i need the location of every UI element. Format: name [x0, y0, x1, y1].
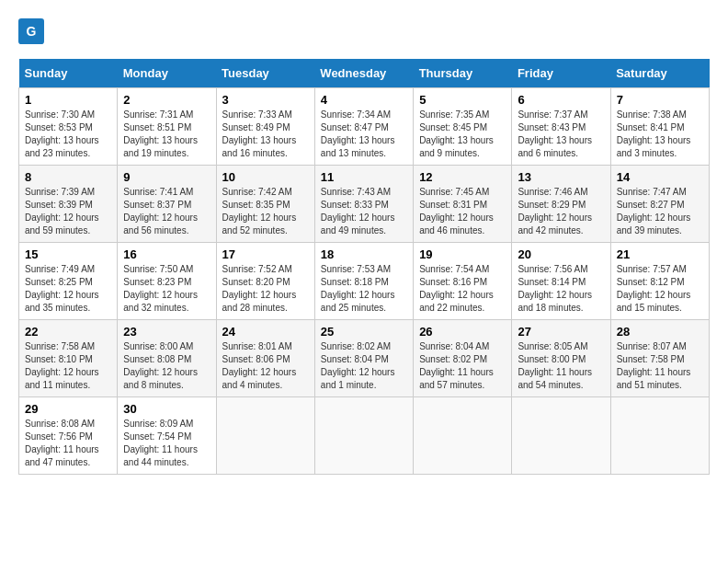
sunrise: Sunrise: 7:37 AM: [518, 109, 587, 120]
week-row-5: 29 Sunrise: 8:08 AM Sunset: 7:56 PM Dayl…: [19, 397, 710, 475]
daylight: Daylight: 12 hours and 22 minutes.: [419, 290, 494, 313]
sunset: Sunset: 8:12 PM: [617, 277, 685, 287]
daylight: Daylight: 13 hours and 23 minutes.: [25, 135, 99, 158]
sunrise: Sunrise: 8:00 AM: [123, 341, 193, 351]
sunrise: Sunrise: 7:43 AM: [321, 187, 391, 197]
sunset: Sunset: 8:14 PM: [518, 277, 586, 287]
day-info: Sunrise: 7:42 AM Sunset: 8:35 PM Dayligh…: [222, 186, 309, 237]
day-info: Sunrise: 7:31 AM Sunset: 8:51 PM Dayligh…: [123, 109, 210, 160]
calendar-cell: 5 Sunrise: 7:35 AM Sunset: 8:45 PM Dayli…: [414, 88, 512, 166]
daylight: Daylight: 12 hours and 46 minutes.: [419, 213, 494, 236]
daylight: Daylight: 12 hours and 56 minutes.: [123, 213, 198, 236]
day-number: 9: [123, 170, 210, 184]
calendar-cell: [414, 397, 512, 475]
day-number: 27: [518, 325, 604, 339]
day-info: Sunrise: 7:53 AM Sunset: 8:18 PM Dayligh…: [321, 263, 407, 315]
day-number: 3: [222, 93, 309, 107]
sunrise: Sunrise: 7:47 AM: [617, 187, 687, 197]
header-tuesday: Tuesday: [216, 59, 314, 88]
header-sunday: Sunday: [19, 59, 118, 88]
day-info: Sunrise: 7:43 AM Sunset: 8:33 PM Dayligh…: [321, 186, 407, 237]
daylight: Daylight: 11 hours and 47 minutes.: [25, 444, 99, 467]
calendar-cell: 25 Sunrise: 8:02 AM Sunset: 8:04 PM Dayl…: [314, 320, 413, 397]
calendar-cell: 21 Sunrise: 7:57 AM Sunset: 8:12 PM Dayl…: [610, 243, 709, 320]
calendar-cell: [314, 397, 413, 475]
sunrise: Sunrise: 7:31 AM: [123, 109, 193, 120]
day-number: 10: [222, 170, 309, 184]
day-number: 12: [419, 170, 506, 184]
daylight: Daylight: 11 hours and 44 minutes.: [123, 444, 198, 467]
sunset: Sunset: 8:29 PM: [518, 200, 586, 210]
sunset: Sunset: 7:58 PM: [617, 354, 685, 364]
daylight: Daylight: 12 hours and 15 minutes.: [617, 290, 691, 313]
day-number: 18: [321, 247, 407, 261]
calendar-cell: 23 Sunrise: 8:00 AM Sunset: 8:08 PM Dayl…: [118, 320, 216, 397]
day-info: Sunrise: 7:49 AM Sunset: 8:25 PM Dayligh…: [25, 263, 111, 315]
sunrise: Sunrise: 7:39 AM: [25, 187, 95, 197]
day-number: 15: [25, 247, 111, 261]
calendar-cell: 10 Sunrise: 7:42 AM Sunset: 8:35 PM Dayl…: [216, 166, 314, 243]
day-number: 17: [222, 247, 309, 261]
calendar-cell: 20 Sunrise: 7:56 AM Sunset: 8:14 PM Dayl…: [512, 243, 610, 320]
sunrise: Sunrise: 7:45 AM: [419, 187, 489, 197]
daylight: Daylight: 11 hours and 51 minutes.: [617, 367, 691, 390]
calendar-table: SundayMondayTuesdayWednesdayThursdayFrid…: [18, 59, 710, 475]
day-number: 25: [321, 325, 407, 339]
day-info: Sunrise: 7:41 AM Sunset: 8:37 PM Dayligh…: [123, 186, 210, 237]
day-info: Sunrise: 8:09 AM Sunset: 7:54 PM Dayligh…: [123, 418, 210, 469]
daylight: Daylight: 13 hours and 9 minutes.: [419, 135, 494, 158]
sunrise: Sunrise: 7:35 AM: [419, 109, 489, 120]
calendar-cell: 30 Sunrise: 8:09 AM Sunset: 7:54 PM Dayl…: [118, 397, 216, 475]
sunset: Sunset: 8:53 PM: [25, 122, 93, 132]
daylight: Daylight: 12 hours and 4 minutes.: [222, 367, 297, 390]
calendar-cell: 27 Sunrise: 8:05 AM Sunset: 8:00 PM Dayl…: [512, 320, 610, 397]
sunrise: Sunrise: 7:34 AM: [321, 109, 391, 120]
sunrise: Sunrise: 8:07 AM: [617, 341, 687, 351]
sunrise: Sunrise: 8:09 AM: [123, 419, 193, 429]
daylight: Daylight: 12 hours and 49 minutes.: [321, 213, 395, 236]
sunrise: Sunrise: 7:33 AM: [222, 109, 292, 120]
daylight: Daylight: 13 hours and 19 minutes.: [123, 135, 198, 158]
calendar-cell: 13 Sunrise: 7:46 AM Sunset: 8:29 PM Dayl…: [512, 166, 610, 243]
day-number: 29: [25, 402, 111, 416]
calendar-cell: 12 Sunrise: 7:45 AM Sunset: 8:31 PM Dayl…: [414, 166, 512, 243]
sunset: Sunset: 8:43 PM: [518, 122, 586, 132]
daylight: Daylight: 12 hours and 32 minutes.: [123, 290, 198, 313]
day-number: 8: [25, 170, 111, 184]
calendar-cell: [512, 397, 610, 475]
day-number: 24: [222, 325, 309, 339]
sunrise: Sunrise: 7:41 AM: [123, 187, 193, 197]
day-info: Sunrise: 7:46 AM Sunset: 8:29 PM Dayligh…: [518, 186, 604, 237]
calendar-cell: [216, 397, 314, 475]
day-info: Sunrise: 7:52 AM Sunset: 8:20 PM Dayligh…: [222, 263, 309, 315]
header-wednesday: Wednesday: [314, 59, 413, 88]
calendar-cell: 16 Sunrise: 7:50 AM Sunset: 8:23 PM Dayl…: [118, 243, 216, 320]
day-info: Sunrise: 7:35 AM Sunset: 8:45 PM Dayligh…: [419, 109, 506, 160]
sunset: Sunset: 8:35 PM: [222, 200, 290, 210]
sunrise: Sunrise: 7:52 AM: [222, 264, 292, 274]
sunset: Sunset: 8:04 PM: [321, 354, 389, 364]
sunrise: Sunrise: 7:46 AM: [518, 187, 587, 197]
daylight: Daylight: 13 hours and 13 minutes.: [321, 135, 395, 158]
calendar-cell: 29 Sunrise: 8:08 AM Sunset: 7:56 PM Dayl…: [19, 397, 118, 475]
logo: G: [18, 18, 50, 44]
sunset: Sunset: 8:06 PM: [222, 354, 290, 364]
daylight: Daylight: 13 hours and 6 minutes.: [518, 135, 592, 158]
day-number: 1: [25, 93, 111, 107]
sunrise: Sunrise: 7:54 AM: [419, 264, 489, 274]
sunset: Sunset: 8:33 PM: [321, 200, 389, 210]
header-friday: Friday: [512, 59, 610, 88]
daylight: Daylight: 12 hours and 52 minutes.: [222, 213, 297, 236]
day-number: 30: [123, 402, 210, 416]
day-info: Sunrise: 7:47 AM Sunset: 8:27 PM Dayligh…: [617, 186, 703, 237]
sunrise: Sunrise: 7:42 AM: [222, 187, 292, 197]
calendar-cell: 2 Sunrise: 7:31 AM Sunset: 8:51 PM Dayli…: [118, 88, 216, 166]
day-info: Sunrise: 7:54 AM Sunset: 8:16 PM Dayligh…: [419, 263, 506, 315]
day-number: 2: [123, 93, 210, 107]
sunset: Sunset: 8:37 PM: [123, 200, 191, 210]
day-info: Sunrise: 7:38 AM Sunset: 8:41 PM Dayligh…: [617, 109, 703, 160]
calendar-cell: 7 Sunrise: 7:38 AM Sunset: 8:41 PM Dayli…: [610, 88, 709, 166]
calendar-header: SundayMondayTuesdayWednesdayThursdayFrid…: [19, 59, 710, 88]
calendar-body: 1 Sunrise: 7:30 AM Sunset: 8:53 PM Dayli…: [19, 88, 710, 475]
daylight: Daylight: 13 hours and 3 minutes.: [617, 135, 691, 158]
